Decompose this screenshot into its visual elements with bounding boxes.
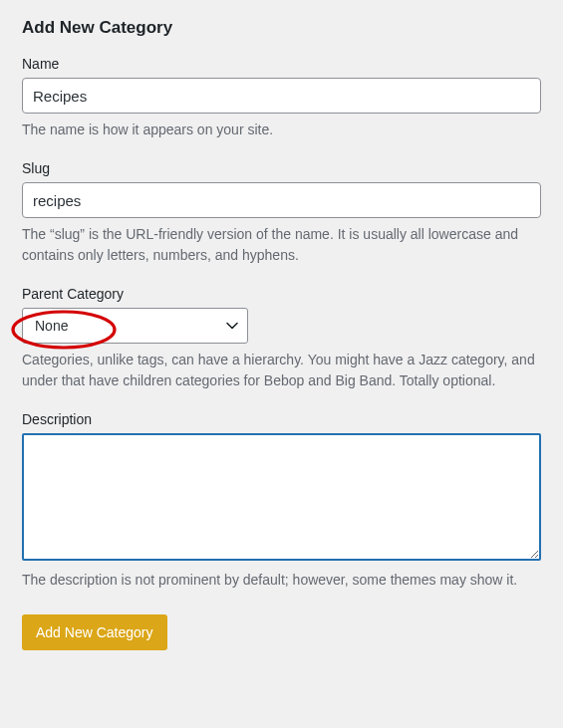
field-description: Description The description is not promi…	[22, 411, 541, 591]
field-name: Name The name is how it appears on your …	[22, 56, 541, 140]
field-slug: Slug The “slug” is the URL-friendly vers…	[22, 160, 541, 266]
description-textarea[interactable]	[22, 433, 541, 561]
slug-help: The “slug” is the URL-friendly version o…	[22, 224, 541, 266]
name-label: Name	[22, 56, 541, 72]
name-input[interactable]	[22, 78, 541, 114]
slug-label: Slug	[22, 160, 541, 176]
add-new-category-button[interactable]: Add New Category	[22, 614, 167, 650]
name-help: The name is how it appears on your site.	[22, 120, 541, 140]
parent-help: Categories, unlike tags, can have a hier…	[22, 350, 541, 391]
form-heading: Add New Category	[22, 18, 541, 38]
parent-category-select[interactable]: None	[22, 308, 248, 344]
slug-input[interactable]	[22, 182, 541, 218]
description-help: The description is not prominent by defa…	[22, 570, 541, 591]
field-parent-category: Parent Category None Categories, unlike …	[22, 286, 541, 391]
parent-label: Parent Category	[22, 286, 541, 302]
parent-selected-value: None	[35, 318, 68, 334]
description-label: Description	[22, 411, 541, 427]
